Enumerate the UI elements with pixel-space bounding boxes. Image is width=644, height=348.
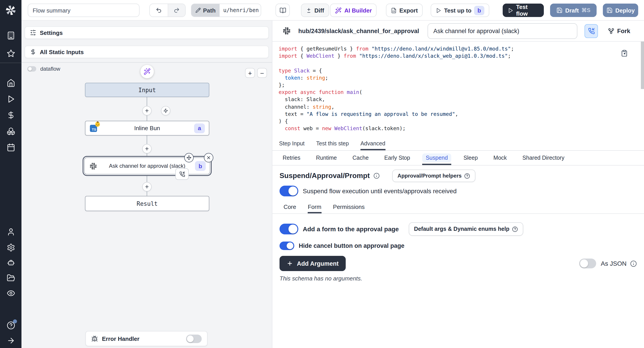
suspend-toggle-label: Suspend flow execution until events/appr…: [303, 188, 456, 194]
bun-baby-emoji: 👶: [94, 121, 100, 127]
tab-core[interactable]: Core: [284, 200, 296, 213]
docs-button[interactable]: [276, 4, 290, 17]
path-button[interactable]: Path u/henri/ben: [191, 4, 261, 17]
empty-schema-text: This schema has no arguments.: [280, 275, 637, 282]
plus-icon: [144, 108, 149, 113]
flow-settings-button[interactable]: Settings: [24, 26, 269, 39]
move-step-button[interactable]: [184, 153, 194, 162]
as-json-label: As JSON: [601, 260, 626, 267]
test-up-to-button[interactable]: Test up to b: [431, 4, 489, 17]
as-json-toggle[interactable]: [580, 258, 596, 268]
code-scrollbar-thumb[interactable]: [641, 42, 644, 89]
hide-cancel-toggle-row: Hide cancel button on approval page: [280, 242, 637, 250]
add-form-toggle[interactable]: [280, 224, 298, 234]
runs-play-icon[interactable]: [6, 95, 15, 103]
workspace-icon[interactable]: [6, 31, 15, 40]
draft-button[interactable]: Draft ⌘S: [550, 4, 596, 17]
tab-advanced[interactable]: Advanced: [360, 136, 385, 150]
subtab-suspend[interactable]: Suspend: [422, 151, 452, 165]
redo-icon: [174, 7, 180, 14]
help-circle-icon: [464, 173, 470, 179]
folders-icon[interactable]: [6, 274, 15, 282]
sidebar-divider: [0, 62, 22, 63]
step-b-label: Ask channel for approval (slack): [109, 163, 185, 169]
ai-builder-button[interactable]: AI Builder: [330, 4, 377, 17]
hide-cancel-toggle[interactable]: [280, 242, 294, 250]
suspend-flow-toggle[interactable]: [280, 186, 298, 196]
flow-summary-input[interactable]: [28, 4, 140, 17]
tab-form[interactable]: Form: [308, 200, 321, 213]
audit-eye-icon[interactable]: [6, 289, 15, 298]
subtab-mock[interactable]: Mock: [490, 151, 510, 165]
subtab-runtime[interactable]: Runtime: [312, 151, 340, 165]
zap-icon: [163, 108, 168, 113]
subtab-retries[interactable]: Retries: [279, 151, 304, 165]
dataflow-toggle[interactable]: [27, 66, 36, 72]
error-handler-label: Error Handler: [102, 335, 140, 342]
test-flow-button[interactable]: Test flow: [503, 4, 544, 17]
dataflow-toggle-row: dataflow: [27, 66, 60, 72]
flow-input-node[interactable]: Input: [85, 83, 209, 97]
step-summary-input[interactable]: [428, 23, 577, 39]
git-fork-icon: [608, 28, 614, 34]
tab-test-this-step[interactable]: Test this step: [316, 136, 349, 150]
test-flow-label: Test flow: [516, 4, 539, 17]
subtab-cache[interactable]: Cache: [349, 151, 372, 165]
subtab-early-stop[interactable]: Early Stop: [381, 151, 414, 165]
add-argument-button[interactable]: Add Argument: [280, 256, 346, 271]
suspend-toggle-row: Suspend flow execution until events/appr…: [280, 186, 637, 196]
deploy-button[interactable]: Deploy: [603, 4, 638, 17]
home-icon[interactable]: [6, 79, 15, 87]
subtab-shared-directory[interactable]: Shared Directory: [519, 151, 568, 165]
step-a-node[interactable]: TS 👶 Inline Bun a: [85, 121, 209, 136]
schedules-calendar-icon[interactable]: [6, 143, 15, 152]
add-form-toggle-row: Add a form to the approval page Default …: [280, 222, 637, 236]
subtab-sleep[interactable]: Sleep: [460, 151, 482, 165]
tab-step-input[interactable]: Step Input: [279, 136, 304, 150]
workers-bot-icon[interactable]: [6, 258, 15, 267]
plus-icon: [144, 146, 149, 151]
insert-trigger-button[interactable]: [161, 106, 170, 116]
zoom-out-button[interactable]: −: [257, 68, 267, 78]
suspend-inner-tabs: Core Form Permissions: [272, 200, 644, 214]
error-handler-toggle[interactable]: [186, 334, 202, 343]
draft-label: Draft: [565, 7, 579, 14]
resources-boxes-icon[interactable]: [6, 127, 15, 136]
copy-code-button[interactable]: [621, 50, 628, 57]
code-editor[interactable]: import { getResumeUrls } from "https://d…: [272, 42, 644, 136]
info-icon[interactable]: [630, 260, 637, 267]
pencil-icon: [196, 8, 201, 13]
suspend-indicator-button[interactable]: [584, 24, 598, 38]
approval-prompt-helpers-button[interactable]: Approval/Prompt helpers: [392, 170, 476, 182]
user-icon[interactable]: [6, 228, 15, 236]
flow-result-node[interactable]: Result: [85, 196, 209, 211]
undo-button[interactable]: [150, 4, 168, 16]
help-notification-dot: [13, 319, 17, 324]
help-icon[interactable]: [6, 321, 15, 330]
default-args-help-button[interactable]: Default args & Dynamic enums help: [408, 222, 523, 236]
hub-script-path: hub/2439/slack/ask_channel_for_approval: [298, 28, 419, 34]
fork-button[interactable]: Fork: [608, 24, 630, 38]
diff-button[interactable]: Diff: [301, 4, 329, 17]
variables-dollar-icon[interactable]: [6, 111, 15, 120]
tab-permissions[interactable]: Permissions: [333, 200, 365, 213]
insert-step-button[interactable]: [142, 106, 152, 116]
ai-flow-button[interactable]: [140, 65, 154, 78]
all-static-inputs-button[interactable]: All Static Inputs: [24, 46, 269, 58]
dollar-icon: [30, 49, 36, 55]
zoom-in-button[interactable]: +: [245, 68, 255, 78]
error-handler-card[interactable]: Error Handler: [86, 331, 208, 346]
favorites-star-icon[interactable]: [6, 49, 15, 58]
insert-step-button[interactable]: [142, 182, 152, 192]
add-form-toggle-label: Add a form to the approval page: [303, 226, 399, 232]
redo-button[interactable]: [168, 4, 185, 16]
test-up-to-label: Test up to: [444, 7, 471, 14]
insert-step-button[interactable]: [142, 144, 152, 154]
info-icon[interactable]: [374, 173, 380, 179]
expand-sidebar-arrow-icon[interactable]: [6, 336, 15, 345]
export-button[interactable]: Export: [386, 4, 422, 17]
settings-gear-icon[interactable]: [6, 243, 15, 252]
windmill-logo[interactable]: [5, 4, 16, 16]
path-label: Path: [203, 7, 216, 14]
delete-step-button[interactable]: [204, 153, 213, 162]
